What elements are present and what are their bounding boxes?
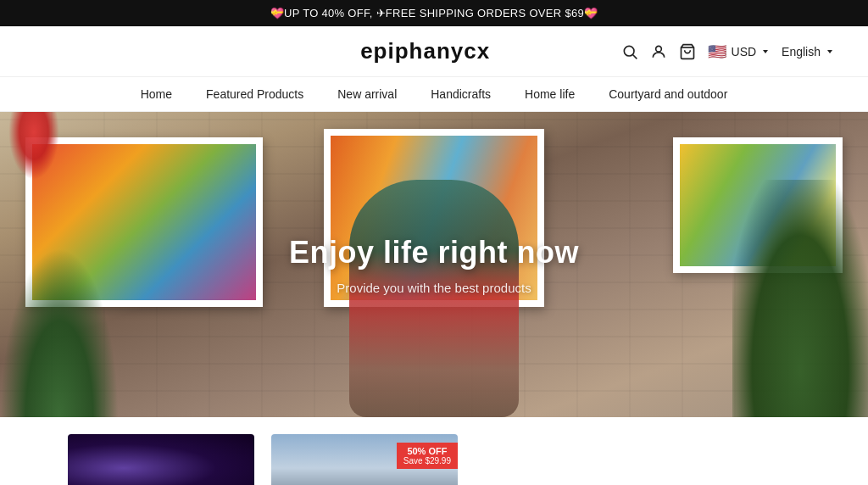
nav-item-courtyard[interactable]: Courtyard and outdoor: [609, 87, 727, 101]
product-card-1[interactable]: [68, 434, 254, 485]
svg-point-0: [624, 46, 634, 56]
nav-item-handicrafts[interactable]: Handicrafts: [431, 87, 491, 101]
currency-selector[interactable]: 🇺🇸 USD: [708, 42, 771, 61]
nav-item-home[interactable]: Home: [141, 87, 172, 101]
account-icon[interactable]: [650, 43, 667, 60]
hero-section: Enjoy life right now Provide you with th…: [0, 112, 868, 417]
hero-title: Enjoy life right now: [289, 235, 579, 270]
language-chevron-icon: [826, 47, 834, 56]
site-logo[interactable]: epiphanycx: [230, 38, 621, 64]
currency-label: USD: [732, 45, 757, 59]
nav-item-new-arrival[interactable]: New arrival: [337, 87, 397, 101]
announcement-bar: 💝UP TO 40% OFF, ✈FREE SHIPPING ORDERS OV…: [0, 0, 868, 26]
hero-subtitle: Provide you with the best products: [337, 281, 531, 295]
products-preview-section: 50% OFF Save $29.99: [0, 417, 868, 485]
hero-text-overlay: Enjoy life right now Provide you with th…: [0, 112, 868, 417]
svg-line-1: [632, 54, 637, 59]
badge-percent: 50% OFF: [407, 446, 447, 456]
header-actions: 🇺🇸 USD English: [621, 42, 834, 61]
flag-icon: 🇺🇸: [708, 42, 726, 61]
search-icon[interactable]: [621, 43, 638, 60]
product-card-2[interactable]: 50% OFF Save $29.99: [271, 434, 458, 485]
header: epiphanycx 🇺🇸 USD: [0, 26, 868, 77]
badge-save: Save $29.99: [403, 456, 451, 465]
language-label: English: [782, 45, 821, 59]
cart-icon[interactable]: [679, 43, 696, 60]
nav-item-home-life[interactable]: Home life: [525, 87, 575, 101]
currency-chevron-icon: [761, 47, 770, 56]
product-badge: 50% OFF Save $29.99: [397, 443, 458, 469]
announcement-text: 💝UP TO 40% OFF, ✈FREE SHIPPING ORDERS OV…: [270, 7, 598, 20]
nav-item-featured[interactable]: Featured Products: [206, 87, 303, 101]
svg-point-2: [655, 46, 661, 52]
main-nav: Home Featured Products New arrival Handi…: [0, 77, 868, 112]
language-selector[interactable]: English: [782, 45, 834, 59]
product-thumbnail-1: [68, 434, 254, 485]
